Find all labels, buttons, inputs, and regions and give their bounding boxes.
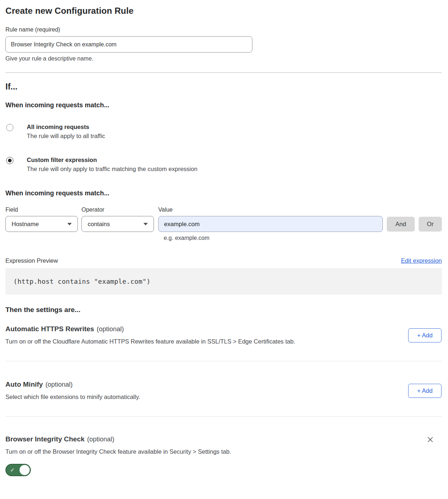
builder-labels: Field Operator Value — [5, 207, 442, 213]
setting-auto-minify: Auto Minify (optional) Select which file… — [5, 381, 442, 400]
field-select-value: Hostname — [12, 221, 39, 228]
radio-all-incoming-requests[interactable]: All incoming requests The rule will appl… — [5, 124, 442, 140]
setting-title-row: Automatic HTTPS Rewrites (optional) — [5, 325, 442, 333]
radio-texts: All incoming requests The rule will appl… — [27, 124, 105, 140]
and-button[interactable]: And — [387, 217, 415, 232]
radio-description: The rule will only apply to traffic matc… — [27, 166, 197, 172]
chevron-down-icon — [143, 223, 148, 225]
expression-preview-label: Expression Preview — [5, 257, 58, 264]
expression-preview-row: Expression Preview Edit expression — [5, 257, 442, 264]
operator-label: Operator — [81, 207, 158, 213]
value-input[interactable] — [158, 216, 383, 232]
or-button[interactable]: Or — [419, 217, 442, 232]
setting-title-row: Auto Minify (optional) — [5, 381, 442, 388]
radio-label: All incoming requests — [27, 124, 105, 130]
browser-integrity-check-toggle[interactable]: ✓ — [5, 464, 31, 476]
field-label: Field — [5, 207, 81, 213]
rule-name-label: Rule name (required) — [5, 26, 442, 33]
add-button[interactable]: + Add — [408, 384, 441, 398]
add-button[interactable]: + Add — [408, 328, 441, 342]
page-title: Create new Configuration Rule — [5, 6, 442, 16]
edit-expression-link[interactable]: Edit expression — [401, 257, 442, 264]
divider — [5, 361, 442, 361]
create-configuration-rule-page: Create new Configuration Rule Rule name … — [0, 0, 448, 478]
divider — [5, 72, 442, 73]
radio-texts: Custom filter expression The rule will o… — [27, 157, 197, 172]
expression-builder-heading: When incoming requests match... — [5, 190, 442, 197]
rule-name-input[interactable] — [5, 36, 252, 53]
setting-automatic-https-rewrites: Automatic HTTPS Rewrites (optional) Turn… — [5, 325, 442, 345]
expression-builder-row: Hostname contains And Or — [5, 216, 442, 232]
if-heading: If... — [5, 82, 442, 92]
rule-name-help: Give your rule a descriptive name. — [5, 55, 442, 62]
radio-custom-filter-expression[interactable]: Custom filter expression The rule will o… — [5, 157, 442, 172]
setting-description: Turn on or off the Cloudflare Automatic … — [5, 338, 442, 345]
setting-optional-tag: (optional) — [45, 381, 72, 388]
setting-title: Automatic HTTPS Rewrites — [5, 325, 94, 333]
setting-optional-tag: (optional) — [97, 325, 124, 333]
setting-browser-integrity-check: Browser Integrity Check (optional) Turn … — [5, 435, 442, 478]
value-help: e.g. example.com — [164, 235, 442, 241]
expression-preview-code: (http.host contains "example.com") — [5, 268, 442, 295]
match-heading: When incoming requests match... — [5, 101, 442, 109]
check-icon: ✓ — [10, 466, 15, 474]
setting-title: Browser Integrity Check — [5, 435, 85, 443]
then-settings-heading: Then the settings are... — [5, 306, 442, 314]
radio-button-icon[interactable] — [6, 124, 13, 131]
setting-description: Turn on or off the Browser Integrity Che… — [5, 448, 442, 455]
value-label: Value — [158, 207, 173, 213]
operator-select-value: contains — [88, 221, 110, 228]
setting-description: Select which file extensions to minify a… — [5, 394, 442, 400]
setting-title: Auto Minify — [5, 381, 43, 388]
close-button[interactable] — [427, 436, 434, 443]
radio-button-icon[interactable] — [6, 157, 13, 164]
radio-label: Custom filter expression — [27, 157, 197, 163]
radio-description: The rule will apply to all traffic — [27, 133, 105, 140]
setting-optional-tag: (optional) — [87, 436, 114, 443]
setting-title-row: Browser Integrity Check (optional) — [5, 435, 442, 443]
toggle-knob[interactable] — [20, 465, 30, 475]
divider — [5, 416, 442, 417]
x-icon — [427, 436, 434, 443]
expression-code-text: (http.host contains "example.com") — [13, 278, 151, 285]
operator-select[interactable]: contains — [81, 216, 154, 232]
chevron-down-icon — [67, 223, 72, 225]
field-select[interactable]: Hostname — [5, 216, 78, 232]
